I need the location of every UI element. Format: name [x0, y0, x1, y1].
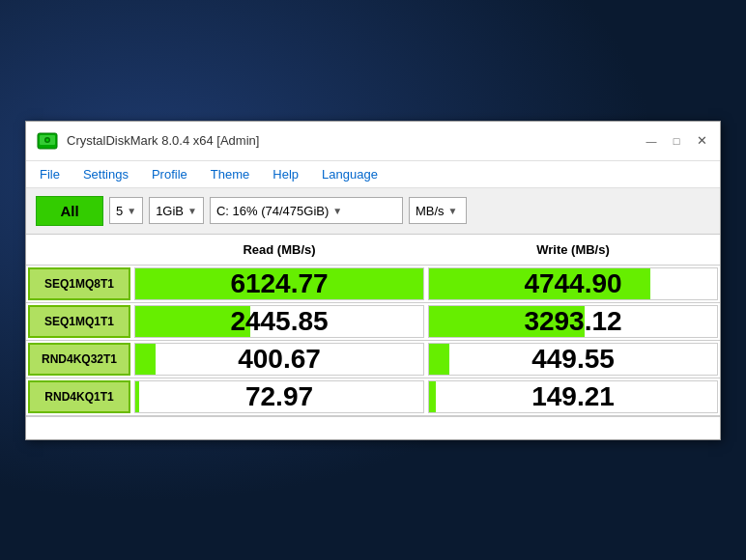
size-dropdown[interactable]: 1GiB ▼: [149, 197, 204, 224]
write-bg-3: [429, 381, 436, 412]
row-label-3: RND4KQ1T1: [28, 380, 130, 413]
main-content: Read (MB/s) Write (MB/s) SEQ1MQ8T1 6124.…: [26, 235, 720, 416]
menu-language[interactable]: Language: [318, 165, 382, 183]
read-bg-3: [135, 381, 139, 412]
write-bg-2: [429, 344, 449, 375]
maximize-button[interactable]: □: [668, 132, 685, 150]
table-row: RND4KQ32T1 400.67 449.55: [26, 341, 720, 378]
read-cell-2: 400.67: [134, 343, 424, 376]
drive-dropdown[interactable]: C: 16% (74/475GiB) ▼: [210, 197, 403, 224]
close-button[interactable]: ✕: [693, 132, 710, 150]
write-value-0: 4744.90: [524, 268, 621, 299]
unit-value: MB/s: [416, 204, 445, 218]
write-value-3: 149.21: [531, 381, 615, 412]
read-value-0: 6124.77: [230, 268, 328, 299]
read-value-1: 2445.85: [230, 306, 328, 337]
header-read: Read (MB/s): [132, 235, 426, 265]
header-write: Write (MB/s): [426, 235, 720, 265]
all-button[interactable]: All: [36, 196, 103, 226]
write-value-2: 449.55: [531, 344, 615, 375]
drive-value: C: 16% (74/475GiB): [216, 204, 329, 218]
menu-theme[interactable]: Theme: [207, 165, 253, 183]
toolbar: All 5 ▼ 1GiB ▼ C: 16% (74/475GiB) ▼ MB/s…: [26, 188, 720, 235]
minimize-button[interactable]: —: [643, 132, 660, 150]
read-cell-1: 2445.85: [134, 305, 424, 338]
unit-dropdown[interactable]: MB/s ▼: [409, 197, 467, 224]
row-label-2: RND4KQ32T1: [28, 343, 130, 376]
window-controls: — □ ✕: [643, 132, 710, 150]
write-cell-3: 149.21: [428, 380, 718, 413]
drive-arrow: ▼: [332, 206, 342, 216]
row-label-1: SEQ1MQ1T1: [28, 305, 130, 338]
title-left: CrystalDiskMark 8.0.4 x64 [Admin]: [36, 129, 259, 153]
menu-profile[interactable]: Profile: [148, 165, 191, 183]
unit-arrow: ▼: [448, 206, 458, 216]
runs-value: 5: [116, 204, 123, 218]
read-value-3: 72.97: [245, 381, 313, 412]
svg-point-3: [46, 138, 49, 141]
read-cell-3: 72.97: [134, 380, 424, 413]
table-row: SEQ1MQ8T1 6124.77 4744.90: [26, 266, 720, 303]
main-window: CrystalDiskMark 8.0.4 x64 [Admin] — □ ✕ …: [25, 121, 721, 440]
write-cell-1: 3293.12: [428, 305, 718, 338]
menu-bar: File Settings Profile Theme Help Languag…: [26, 161, 720, 188]
table-row: SEQ1MQ1T1 2445.85 3293.12: [26, 303, 720, 341]
table-header: Read (MB/s) Write (MB/s): [26, 235, 720, 266]
runs-dropdown[interactable]: 5 ▼: [109, 197, 143, 224]
size-value: 1GiB: [156, 204, 184, 218]
title-bar: CrystalDiskMark 8.0.4 x64 [Admin] — □ ✕: [26, 122, 720, 161]
read-cell-0: 6124.77: [134, 267, 424, 300]
table-row: RND4KQ1T1 72.97 149.21: [26, 378, 720, 416]
menu-help[interactable]: Help: [269, 165, 302, 183]
read-value-2: 400.67: [238, 344, 321, 375]
read-bg-2: [135, 344, 156, 375]
write-cell-2: 449.55: [428, 343, 718, 376]
header-label: [26, 235, 132, 265]
window-title: CrystalDiskMark 8.0.4 x64 [Admin]: [67, 133, 259, 148]
status-bar: [26, 416, 720, 439]
write-value-1: 3293.12: [524, 306, 621, 337]
size-arrow: ▼: [187, 206, 197, 216]
runs-arrow: ▼: [127, 206, 136, 216]
menu-settings[interactable]: Settings: [79, 165, 132, 183]
menu-file[interactable]: File: [36, 165, 64, 183]
write-cell-0: 4744.90: [428, 267, 718, 300]
row-label-0: SEQ1MQ8T1: [28, 267, 130, 300]
app-icon: [36, 129, 59, 153]
